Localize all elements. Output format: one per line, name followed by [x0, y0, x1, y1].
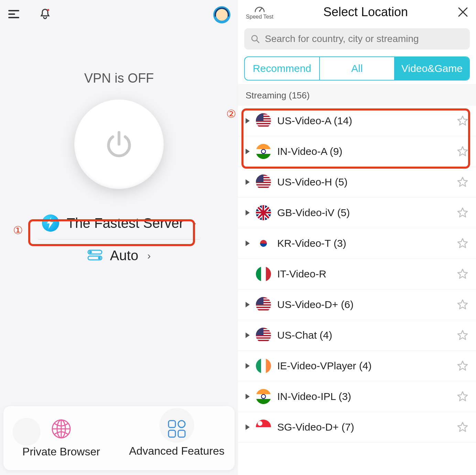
server-name: IE-Video-VPlayer (4) — [277, 360, 451, 372]
vpn-status: VPN is OFF — [0, 71, 238, 86]
fastest-server-label: The Fastest Server — [67, 215, 184, 231]
in-flag-icon — [256, 144, 271, 159]
callout-label-2 — [226, 107, 236, 120]
favorite-star-icon[interactable] — [457, 207, 468, 219]
globe-icon — [51, 419, 72, 441]
server-item[interactable]: GB-Video-iV (5) — [238, 198, 476, 228]
section-header: Streaming (156) — [238, 84, 476, 106]
advanced-features-tile[interactable]: Advanced Features — [119, 406, 235, 470]
svg-point-11 — [259, 10, 260, 12]
speed-test-button[interactable]: Speed Test — [244, 4, 275, 20]
power-icon — [104, 129, 134, 160]
expand-triangle-icon — [246, 179, 250, 185]
advanced-features-label: Advanced Features — [129, 445, 225, 457]
chevron-right-icon: › — [147, 250, 151, 262]
search-box[interactable] — [244, 28, 470, 50]
favorite-star-icon[interactable] — [457, 329, 468, 341]
expand-triangle-icon — [246, 118, 250, 124]
favorite-star-icon[interactable] — [457, 421, 468, 433]
favorite-star-icon[interactable] — [457, 299, 468, 310]
expand-triangle-icon — [246, 394, 250, 399]
auto-row[interactable]: Auto › — [80, 243, 158, 268]
kr-flag-icon — [256, 236, 271, 251]
server-name: IN-Video-A (9) — [277, 146, 451, 157]
svg-rect-9 — [169, 430, 175, 437]
favorite-star-icon[interactable] — [457, 237, 468, 249]
svg-rect-7 — [169, 421, 175, 427]
tab-video-game[interactable]: Video&Game — [395, 57, 469, 80]
server-item[interactable]: IN-Video-A (9) — [238, 136, 476, 167]
server-item[interactable]: KR-Video-T (3) — [238, 228, 476, 259]
chevron-right-icon: › — [193, 217, 196, 229]
bell-icon[interactable] — [39, 8, 51, 22]
server-name: SG-Video-D+ (7) — [277, 421, 451, 433]
expand-triangle-icon — [246, 210, 250, 215]
favorite-star-icon[interactable] — [457, 115, 468, 127]
page-title: Select Location — [275, 5, 456, 19]
server-name: IT-Video-R — [277, 268, 451, 280]
svg-rect-10 — [178, 430, 185, 437]
grid-icon — [167, 419, 186, 440]
server-item[interactable]: US-Video-D+ (6) — [238, 289, 476, 320]
expand-triangle-icon — [246, 149, 250, 154]
gb-flag-icon — [256, 205, 271, 220]
tab-all[interactable]: All — [319, 57, 395, 80]
private-browser-label: Private Browser — [22, 445, 100, 458]
server-item[interactable]: IT-Video-R — [238, 259, 476, 289]
favorite-star-icon[interactable] — [457, 146, 468, 157]
gauge-icon — [254, 4, 266, 13]
search-icon — [250, 34, 260, 44]
svg-point-4 — [98, 256, 101, 259]
expand-triangle-icon — [246, 424, 250, 430]
us-flag-icon — [256, 328, 271, 343]
server-item[interactable]: IN-Video-IPL (3) — [238, 381, 476, 412]
speed-test-label: Speed Test — [246, 14, 273, 20]
server-name: US-Video-D+ (6) — [277, 299, 451, 310]
sg-flag-icon — [256, 420, 271, 435]
server-item[interactable]: IE-Video-VPlayer (4) — [238, 351, 476, 381]
server-name: IN-Video-IPL (3) — [277, 391, 451, 402]
ie-flag-icon — [256, 358, 271, 373]
us-flag-icon — [256, 113, 271, 128]
favorite-star-icon[interactable] — [457, 268, 468, 280]
expand-triangle-icon — [246, 302, 250, 307]
server-item[interactable]: SG-Video-D+ (7) — [238, 412, 476, 443]
server-list: US-Video-A (14)IN-Video-A (9)US-Video-H … — [238, 106, 476, 475]
expand-triangle-icon — [246, 332, 250, 338]
us-flag-icon — [256, 175, 271, 190]
favorite-star-icon[interactable] — [457, 176, 468, 188]
auto-label: Auto — [110, 248, 138, 263]
power-button[interactable] — [74, 99, 164, 189]
expand-triangle-icon — [246, 241, 250, 246]
server-name: US-Video-H (5) — [277, 176, 451, 188]
tab-recommend[interactable]: Recommend — [245, 57, 319, 80]
search-input[interactable] — [265, 33, 464, 44]
menu-icon[interactable] — [8, 8, 20, 22]
server-name: GB-Video-iV (5) — [277, 207, 451, 219]
server-name: US-Chat (4) — [277, 329, 451, 341]
server-item[interactable]: US-Chat (4) — [238, 320, 476, 351]
server-name: KR-Video-T (3) — [277, 237, 451, 249]
bottom-tiles: Private Browser Advanced Features — [3, 406, 235, 470]
it-flag-icon — [256, 266, 271, 282]
close-button[interactable] — [456, 5, 470, 19]
svg-point-0 — [47, 9, 49, 11]
server-name: US-Video-A (14) — [277, 115, 451, 127]
svg-point-2 — [89, 251, 92, 253]
favorite-star-icon[interactable] — [457, 391, 468, 402]
in-flag-icon — [256, 389, 271, 404]
fastest-server-row[interactable]: The Fastest Server › — [35, 210, 203, 236]
support-avatar[interactable] — [213, 6, 230, 23]
lightning-icon — [42, 214, 59, 232]
expand-triangle-icon — [246, 363, 250, 369]
divider — [38, 239, 200, 240]
private-browser-tile[interactable]: Private Browser — [3, 406, 119, 470]
toggles-icon — [87, 249, 102, 262]
close-icon — [457, 7, 468, 18]
server-item[interactable]: US-Video-A (14) — [238, 106, 476, 136]
favorite-star-icon[interactable] — [457, 360, 468, 372]
us-flag-icon — [256, 297, 271, 312]
tabs: Recommend All Video&Game — [244, 56, 470, 81]
server-item[interactable]: US-Video-H (5) — [238, 167, 476, 198]
callout-label-1 — [13, 224, 23, 237]
